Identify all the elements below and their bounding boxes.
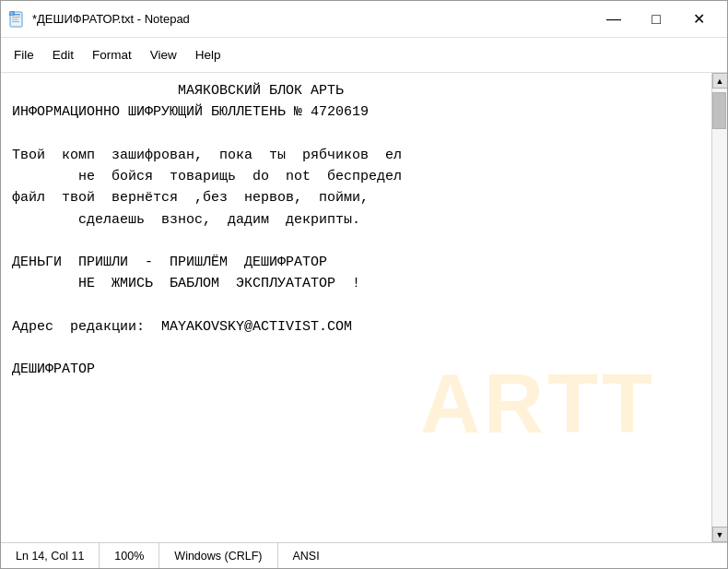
svg-rect-2: [12, 17, 20, 18]
encoding: ANSI: [278, 543, 335, 568]
text-editor[interactable]: МАЯКОВСКИЙ БЛОК АРТЬ ИНФОРМАЦИОННО ШИФРУ…: [1, 73, 711, 542]
line-ending: Windows (CRLF): [159, 543, 277, 568]
svg-rect-4: [12, 21, 19, 22]
scrollbar[interactable]: ▲ ▼: [711, 73, 727, 542]
app-icon: ✎: [8, 11, 25, 28]
scroll-up-button[interactable]: ▲: [712, 73, 728, 89]
minimize-button[interactable]: —: [593, 5, 635, 34]
menu-bar: File Edit Format View Help: [1, 38, 727, 73]
maximize-button[interactable]: □: [635, 5, 677, 34]
title-bar: ✎ *ДЕШИФРАТОР.txt - Notepad — □ ✕: [1, 1, 727, 38]
status-bar: Ln 14, Col 11 100% Windows (CRLF) ANSI: [1, 542, 727, 568]
menu-help[interactable]: Help: [186, 44, 230, 65]
menu-edit[interactable]: Edit: [43, 44, 83, 65]
svg-rect-3: [12, 18, 18, 19]
main-window: ✎ *ДЕШИФРАТОР.txt - Notepad — □ ✕ File E…: [0, 0, 728, 569]
menu-view[interactable]: View: [141, 44, 186, 65]
menu-file[interactable]: File: [5, 44, 43, 65]
scroll-thumb[interactable]: [712, 92, 726, 129]
close-button[interactable]: ✕: [677, 5, 720, 34]
content-area: МАЯКОВСКИЙ БЛОК АРТЬ ИНФОРМАЦИОННО ШИФРУ…: [1, 73, 727, 542]
zoom-level: 100%: [100, 543, 159, 568]
scroll-track[interactable]: [712, 89, 727, 527]
menu-format[interactable]: Format: [83, 44, 141, 65]
window-controls: — □ ✕: [593, 5, 720, 34]
svg-text:✎: ✎: [10, 11, 13, 16]
scroll-down-button[interactable]: ▼: [712, 527, 728, 542]
cursor-position: Ln 14, Col 11: [8, 543, 100, 568]
window-title: *ДЕШИФРАТОР.txt - Notepad: [32, 12, 593, 26]
